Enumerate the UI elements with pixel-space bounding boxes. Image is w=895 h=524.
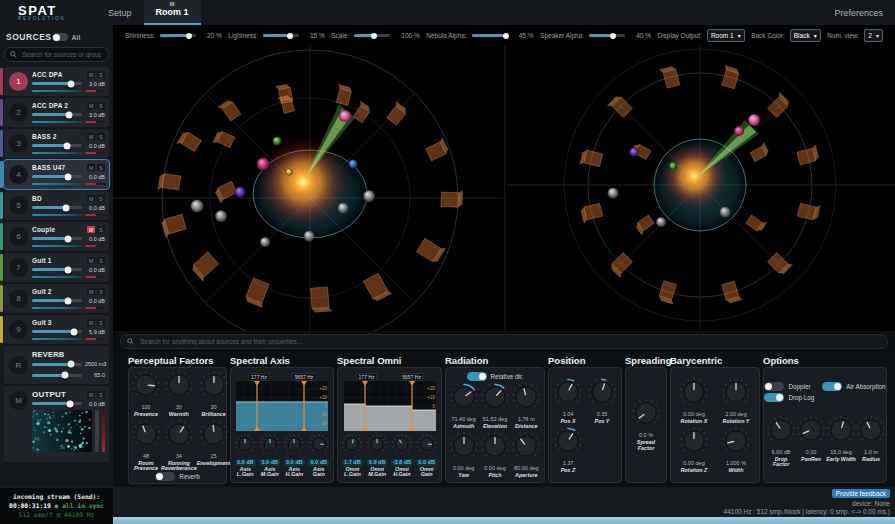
reverb-size-slider[interactable]	[32, 363, 82, 366]
dropdown-num-view[interactable]: 2▾	[864, 29, 883, 42]
knob-dial[interactable]	[391, 433, 413, 459]
knob-axis-l-gain[interactable]: 0.0 dBAxis L.Gain	[233, 433, 258, 478]
source-gain-slider[interactable]	[32, 82, 82, 85]
knob-dial[interactable]	[366, 433, 388, 459]
source-row-bass-u47[interactable]: 4BASS U47MS0.0 dB	[4, 160, 109, 189]
source-row-bass-2[interactable]: 3BASS 2MS0.0 dB	[4, 129, 109, 158]
toolbar-slider-shininess[interactable]	[160, 34, 196, 37]
source-row-bd[interactable]: 5BDMS0.0 dB	[4, 191, 109, 220]
knob-rotation-z[interactable]: 0.00 degRotation Z	[673, 426, 715, 474]
knob-early-width[interactable]: 15.0 degEarly Width	[826, 415, 856, 468]
knob-dial[interactable]	[131, 370, 161, 404]
knob-dial[interactable]	[234, 433, 256, 459]
solo-button[interactable]: S	[97, 133, 105, 140]
knob-axis-h-gain[interactable]: 0.0 dBAxis H.Gain	[282, 433, 307, 478]
knob-dial[interactable]	[164, 419, 194, 453]
mute-button[interactable]: M	[87, 102, 95, 109]
source-row-couple[interactable]: 6CoupleMS0.0 dB	[4, 222, 109, 251]
knob-dial[interactable]	[199, 419, 229, 453]
graph-omni[interactable]: 177 Hz5657 Hz+20+100-10-20	[344, 381, 436, 431]
knob-dial[interactable]	[553, 377, 583, 411]
output-row[interactable]: MOUTPUTMS0.0 dB	[4, 386, 109, 462]
knob-dial[interactable]	[308, 433, 330, 459]
knob-dial[interactable]	[587, 377, 617, 411]
knob-room-presence[interactable]: 48Room Presence	[131, 419, 161, 472]
solo-button[interactable]: S	[97, 288, 105, 295]
knob-presence[interactable]: 100Presence	[131, 370, 161, 418]
knob-dial[interactable]	[631, 398, 661, 432]
toggle-air-absorption[interactable]: Air Absorption	[822, 382, 885, 391]
mute-button[interactable]: M	[87, 319, 95, 326]
source-gain-slider[interactable]	[32, 113, 82, 116]
knob-rotation-x[interactable]: 0.00 degRotation X	[673, 377, 715, 425]
source-gain-slider[interactable]	[32, 237, 82, 240]
solo-button[interactable]: S	[97, 391, 105, 398]
source-row-guit-3[interactable]: 9Guit 3MS5.9 dB	[4, 315, 109, 344]
knob-pos-x[interactable]: 1.04Pos X	[551, 377, 585, 425]
toggle-doppler[interactable]: Doppler	[764, 382, 814, 391]
reverb-slider-2[interactable]	[32, 374, 82, 377]
mute-button[interactable]: M	[87, 257, 95, 264]
toolbar-slider-lightness[interactable]	[263, 34, 299, 37]
knob-dial[interactable]	[131, 419, 161, 453]
knob-spread-factor[interactable]: 0.0 %Spread Factor	[628, 398, 664, 451]
solo-button[interactable]: S	[97, 102, 105, 109]
provide-feedback-button[interactable]: Provide feedback	[832, 489, 890, 498]
source-gain-slider[interactable]	[32, 206, 82, 209]
knob-dial[interactable]	[796, 415, 826, 449]
toggle-relative-dir[interactable]: Relative dir.	[467, 372, 524, 381]
source-row-acc-dpa[interactable]: 1ACC DPAMS3.0 dB	[4, 67, 109, 96]
reverb-row[interactable]: RREVERB2500 m365.0	[4, 346, 109, 384]
knob-elevation[interactable]: 51.52 degElevation	[479, 382, 510, 430]
knob-dial[interactable]	[480, 431, 510, 465]
knob-axis-m-gain[interactable]: 0.0 dBAxis M.Gain	[258, 433, 283, 478]
tab-setup[interactable]: Setup	[96, 0, 144, 25]
source-gain-slider[interactable]	[32, 268, 82, 271]
knob-pos-y[interactable]: 0.35Pos Y	[585, 377, 619, 425]
knob-distance[interactable]: 1.76 mDistance	[511, 382, 542, 430]
source-gain-slider[interactable]	[32, 175, 82, 178]
knob-running-reverberance[interactable]: 34Running Reverberance	[161, 419, 197, 472]
knob-dial[interactable]	[449, 382, 479, 416]
knob-dial[interactable]	[199, 370, 229, 404]
source-row-acc-dpa-2[interactable]: 2ACC DPA 2MS3.0 dB	[4, 98, 109, 127]
toggle-drop-log[interactable]: Drop Log	[764, 393, 814, 402]
knob-omni-gain[interactable]: 0.0 dBOmni Gain	[414, 433, 439, 478]
mute-button[interactable]: M	[87, 391, 95, 398]
knob-dial[interactable]	[721, 377, 751, 411]
mute-button[interactable]: M	[87, 71, 95, 78]
toggle-reverb[interactable]: Reverb	[155, 472, 199, 481]
knob-dial[interactable]	[480, 382, 510, 416]
knob-brilliance[interactable]: 30Brilliance	[197, 370, 231, 418]
tab-room-1[interactable]: M Room 1	[144, 0, 201, 25]
knob-yaw[interactable]: 0.00 degYaw	[448, 431, 479, 479]
knob-aperture[interactable]: 80.00 degAperture	[511, 431, 542, 479]
knob-dial[interactable]	[511, 431, 541, 465]
knob-panrev[interactable]: 0.00PanRev	[796, 415, 826, 468]
knob-rotation-y[interactable]: 2.00 degRotation Y	[715, 377, 757, 425]
knob-width[interactable]: 1.000 %Width	[715, 426, 757, 474]
solo-button[interactable]: S	[97, 257, 105, 264]
solo-button[interactable]: S	[97, 71, 105, 78]
toolbar-slider-speaker-alpha[interactable]	[589, 34, 625, 37]
toolbar-slider-nebula-alpha[interactable]	[472, 34, 508, 37]
mute-button[interactable]: M	[87, 133, 95, 140]
knob-radius[interactable]: 1.0 mRadius	[856, 415, 886, 468]
sidebar-search-input[interactable]	[20, 50, 103, 59]
knob-azimuth[interactable]: 71.40 degAzimuth	[448, 382, 479, 430]
solo-button[interactable]: S	[97, 164, 105, 171]
knob-dial[interactable]	[341, 433, 363, 459]
source-gain-slider[interactable]	[32, 144, 82, 147]
knob-dial[interactable]	[766, 415, 796, 449]
preferences-button[interactable]: Preferences	[834, 8, 883, 18]
solo-button[interactable]: S	[97, 226, 105, 233]
solo-button[interactable]: S	[97, 195, 105, 202]
knob-dial[interactable]	[679, 426, 709, 460]
toolbar-slider-scale[interactable]	[354, 34, 390, 37]
mute-button[interactable]: M	[87, 195, 95, 202]
knob-dial[interactable]	[164, 370, 194, 404]
solo-button[interactable]: S	[97, 319, 105, 326]
knob-dial[interactable]	[449, 431, 479, 465]
knob-dial[interactable]	[283, 433, 305, 459]
source-row-guit-2[interactable]: 8Guit 2MS0.0 dB	[4, 284, 109, 313]
